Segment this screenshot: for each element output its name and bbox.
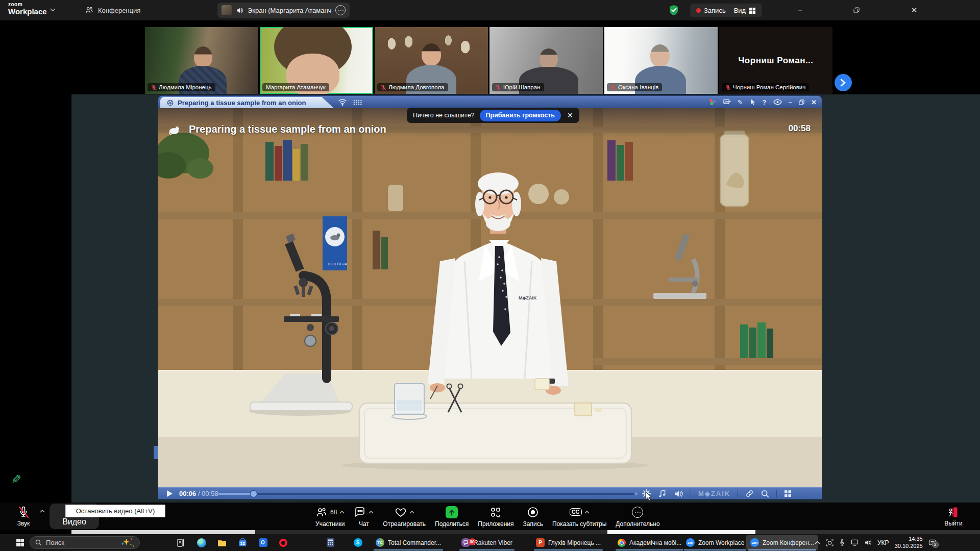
- presenter-taskbar-sliver: [755, 530, 980, 534]
- search-zoom-icon[interactable]: [761, 490, 769, 498]
- volume-icon[interactable]: [674, 490, 683, 498]
- more-button[interactable]: ⋯ Дополнительно: [616, 503, 659, 530]
- mic-muted-icon: [381, 85, 386, 90]
- pointer-icon[interactable]: [750, 98, 756, 106]
- chat-button[interactable]: Чат: [354, 503, 374, 530]
- record-button[interactable]: Запись: [523, 503, 543, 530]
- svg-text:M◆ZAIK: M◆ZAIK: [519, 295, 537, 300]
- chevron-down-icon[interactable]: [50, 8, 56, 12]
- participant-tile[interactable]: Людмила Міронець: [145, 27, 258, 94]
- tray-time: 14:35: [895, 536, 923, 543]
- pencil-icon[interactable]: ✎: [738, 99, 743, 106]
- minimize-button[interactable]: −: [789, 0, 812, 20]
- apps-button[interactable]: Приложения: [478, 503, 513, 530]
- next-participants-button[interactable]: [835, 74, 852, 91]
- show-desktop-divider[interactable]: [943, 538, 943, 548]
- network-icon[interactable]: [851, 539, 859, 546]
- notification-center-icon[interactable]: 2: [928, 539, 936, 546]
- taskbar-window-zoom-workplace[interactable]: zm Zoom Workplace: [682, 535, 748, 550]
- screen-capture-icon[interactable]: [826, 539, 834, 546]
- link-icon[interactable]: [745, 489, 754, 498]
- tile-view-icon[interactable]: [784, 490, 792, 497]
- share-screen-button[interactable]: Поделиться: [435, 503, 469, 530]
- seek-thumb[interactable]: [251, 491, 257, 497]
- task-view-icon[interactable]: [173, 535, 190, 550]
- store-icon[interactable]: [234, 535, 251, 550]
- share-icon: [445, 506, 458, 519]
- viber-badge: 30: [469, 538, 476, 545]
- tray-mic-icon[interactable]: [839, 539, 845, 546]
- participant-placeholder-name: Чорниш Роман...: [738, 56, 813, 66]
- mic-muted-icon: [151, 85, 157, 90]
- chevron-up-icon: [409, 511, 414, 514]
- wifi-icon[interactable]: [338, 98, 347, 106]
- tab-conference[interactable]: Конференция: [85, 0, 140, 20]
- opera-icon[interactable]: [275, 535, 292, 550]
- security-shield-icon[interactable]: [669, 5, 679, 16]
- participant-tile[interactable]: Юрій Шапран: [489, 27, 603, 94]
- mozaik-logo: M◆ZAIK: [698, 490, 730, 497]
- insert-image-icon[interactable]: [723, 98, 731, 106]
- audio-options-chevron[interactable]: [40, 510, 45, 513]
- windows-taskbar: Поиск O S TC Total Commander... 30 Rakut…: [0, 534, 980, 551]
- participants-button[interactable]: 68 Участники: [315, 503, 345, 530]
- player-close-icon[interactable]: ✕: [811, 99, 817, 106]
- close-button[interactable]: ✕: [902, 0, 926, 20]
- tab-more-icon[interactable]: ⋯: [335, 5, 346, 15]
- copilot-sparkle-icon: [121, 538, 134, 547]
- outlook-icon[interactable]: O: [254, 535, 272, 550]
- player-titlebar[interactable]: Preparing a tissue sample from an onion …: [158, 96, 822, 108]
- restore-button[interactable]: [845, 0, 868, 20]
- participant-tile[interactable]: Людмила Довгопола: [375, 27, 488, 94]
- annotation-pencil-icon[interactable]: ✎: [11, 472, 21, 487]
- side-tab[interactable]: [154, 446, 158, 459]
- recording-indicator[interactable]: Запись: [696, 7, 726, 14]
- help-icon[interactable]: ?: [763, 99, 767, 106]
- participant-name-badge: Юрій Шапран: [492, 83, 544, 91]
- tray-chevron-icon[interactable]: [815, 541, 820, 544]
- edge-icon[interactable]: [193, 535, 210, 550]
- dots-grid-icon[interactable]: [353, 99, 363, 106]
- audio-button[interactable]: Звук: [8, 503, 39, 530]
- people-icon: [315, 506, 328, 518]
- participant-tile-active-speaker[interactable]: Маргарита Атаманчук: [260, 27, 373, 94]
- tab-screen-share[interactable]: Экран (Маргарита Атаманч ⋯: [217, 3, 350, 18]
- eye-icon[interactable]: [773, 99, 782, 105]
- leave-button[interactable]: Выйти: [937, 503, 970, 530]
- player-restore-icon[interactable]: [799, 99, 804, 105]
- tray-clock[interactable]: 14:35 30.10.2025: [895, 536, 923, 550]
- increase-volume-button[interactable]: Прибавить громкость: [480, 110, 561, 121]
- audio-notification: Ничего не слышите? Прибавить громкость ✕: [407, 108, 579, 123]
- taskbar-window-zoom-meeting[interactable]: zm Zoom Конферен...: [746, 535, 818, 550]
- captions-button[interactable]: CC Показать субтитры: [552, 503, 606, 530]
- taskbar-search[interactable]: Поиск: [30, 536, 140, 549]
- participant-tile[interactable]: Оксана Іванців: [604, 27, 718, 94]
- react-button[interactable]: Отреагировать: [383, 503, 426, 530]
- music-note-icon[interactable]: [658, 489, 667, 498]
- participant-name-badge: Маргарита Атаманчук: [262, 83, 329, 91]
- file-explorer-icon[interactable]: [213, 535, 231, 550]
- player-title-tab[interactable]: Preparing a tissue sample from an onion: [160, 97, 334, 108]
- participant-tile-novideo[interactable]: Чорниш Роман... Чорниш Роман Сергійович: [719, 27, 832, 94]
- chevron-up-icon: [339, 511, 345, 514]
- chevron-up-icon: [369, 511, 374, 514]
- start-button[interactable]: [11, 535, 29, 550]
- seek-bar[interactable]: [218, 493, 635, 495]
- calculator-icon[interactable]: [322, 535, 339, 550]
- participant-name-badge: Оксана Іванців: [607, 83, 662, 91]
- taskbar-window-chrome[interactable]: Академічна мобі...: [614, 535, 685, 550]
- language-indicator[interactable]: УКР: [877, 539, 889, 546]
- tray-volume-icon[interactable]: [864, 539, 872, 546]
- taskbar-window-viber[interactable]: 30 Rakuten Viber: [457, 535, 517, 550]
- taskbar-window-totalcommander[interactable]: TC Total Commander...: [372, 535, 445, 550]
- media-library-icon[interactable]: [708, 98, 717, 106]
- total-commander-icon: TC: [376, 538, 384, 547]
- speaker-icon: [236, 7, 243, 14]
- player-minimize-icon[interactable]: −: [789, 99, 793, 106]
- taskbar-window-powerpoint[interactable]: P Глухів Міронець ...: [532, 535, 605, 550]
- notification-close-icon[interactable]: ✕: [567, 111, 573, 119]
- mic-muted-icon: [725, 85, 731, 90]
- skype-icon[interactable]: S: [349, 535, 366, 550]
- play-button[interactable]: [166, 490, 173, 497]
- view-button[interactable]: Вид: [734, 7, 756, 14]
